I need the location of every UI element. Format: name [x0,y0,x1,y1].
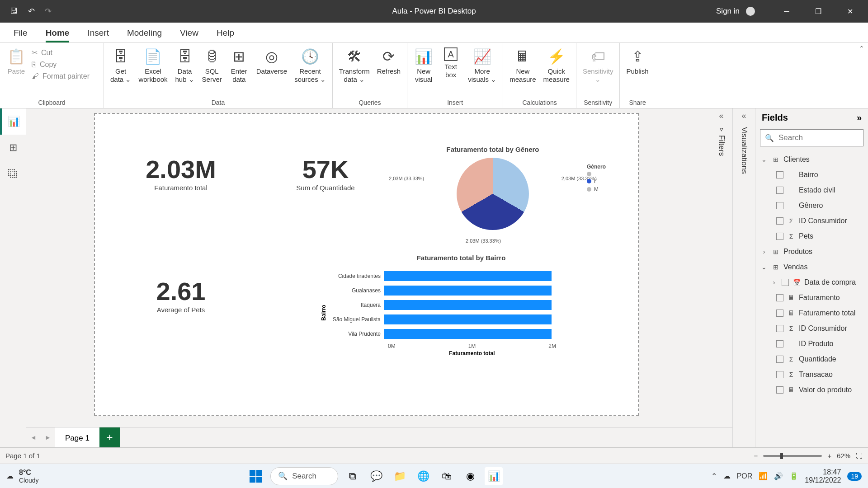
expand-fields-icon[interactable]: » [857,113,862,123]
language-indicator[interactable]: POR [737,472,753,480]
field-pets[interactable]: ΣPets [757,229,866,244]
field-id-consumidor-v[interactable]: ΣID Consumidor [757,321,866,336]
search-input[interactable] [778,133,868,142]
checkbox[interactable] [776,233,783,240]
field-faturamento-total[interactable]: 🖩Faturamento total [757,305,866,321]
checkbox[interactable] [776,217,783,225]
save-icon[interactable]: 🖫 [10,6,18,16]
onedrive-icon[interactable]: ☁ [723,472,731,480]
zoom-out-button[interactable]: − [754,452,758,460]
refresh-button[interactable]: ⟳Refresh [375,46,403,77]
signin-link[interactable]: Sign in [716,7,740,16]
avatar[interactable] [746,7,755,16]
add-page-button[interactable]: + [99,427,120,448]
checkbox[interactable] [776,325,783,332]
publish-button[interactable]: ⇪Publish [624,46,650,77]
page-tab-1[interactable]: Page 1 [55,427,99,448]
field-faturamento[interactable]: 🖩Faturamento [757,290,866,305]
cut-button[interactable]: ✂Cut [32,48,90,57]
field-bairro[interactable]: Bairro [757,167,866,183]
report-page[interactable]: 2.03M Faturamento total 57K Sum of Quant… [94,113,639,416]
chat-button[interactable]: 💬 [367,467,385,485]
excel-button[interactable]: 📄Excel workbook [137,46,169,85]
new-visual-button[interactable]: 📊New visual [412,46,435,85]
new-measure-button[interactable]: 🖩New measure [508,46,538,85]
checkbox[interactable] [776,386,783,394]
table-vendas[interactable]: ⌄⊞Vendas [757,259,866,275]
get-data-button[interactable]: 🗄Get data ⌄ [108,46,133,85]
expand-viz-icon[interactable]: « [741,111,746,121]
next-page-button[interactable]: ► [41,434,55,441]
collapse-ribbon-icon[interactable]: ⌃ [859,45,864,52]
paste-button[interactable]: 📋 Paste [5,46,28,77]
enter-data-button[interactable]: ⊞Enter data [227,46,251,85]
model-view-button[interactable]: ⿻ [0,161,26,187]
checkbox[interactable] [776,340,783,347]
tab-home[interactable]: Home [46,28,70,42]
checkbox[interactable] [776,202,783,209]
start-button[interactable] [247,467,265,485]
data-view-button[interactable]: ⊞ [0,135,26,161]
zoom-slider[interactable] [763,455,822,457]
powerbi-button[interactable]: 📊 [485,467,503,485]
prev-page-button[interactable]: ◄ [26,434,41,441]
expand-filters-icon[interactable]: « [719,111,723,121]
taskbar-search[interactable]: 🔍Search [270,467,338,485]
filters-pane-collapsed[interactable]: « ▿ Filters [710,108,732,464]
copy-button[interactable]: ⎘Copy [32,61,90,69]
more-visuals-button[interactable]: 📈More visuals ⌄ [466,46,498,85]
recent-sources-button[interactable]: 🕓Recent sources ⌄ [292,46,328,85]
tab-file[interactable]: File [14,28,28,42]
visualizations-pane-collapsed[interactable]: « Visualizations [732,108,755,464]
data-hub-button[interactable]: 🗄Data hub ⌄ [173,46,197,85]
format-painter-button[interactable]: 🖌Format painter [32,72,90,80]
checkbox[interactable] [776,356,783,363]
report-canvas[interactable]: 2.03M Faturamento total 57K Sum of Quant… [26,108,732,427]
fields-search[interactable]: 🔍 [760,129,863,146]
table-clientes[interactable]: ⌄⊞Clientes [757,152,866,167]
field-valor-produto[interactable]: 🖩Valor do produto [757,382,866,398]
minimize-button[interactable]: ─ [773,0,800,23]
field-estado-civil[interactable]: Estado civil [757,183,866,198]
field-quantidade[interactable]: ΣQuantidade [757,352,866,367]
checkbox[interactable] [782,279,789,286]
wifi-icon[interactable]: 📶 [759,472,768,480]
fit-page-button[interactable]: ⛶ [856,452,863,460]
quick-measure-button[interactable]: ⚡Quick measure [542,46,571,85]
sql-button[interactable]: 🛢SQL Server [200,46,224,85]
tab-modeling[interactable]: Modeling [127,28,162,42]
tray-chevron-icon[interactable]: ⌃ [711,472,717,480]
checkbox[interactable] [776,310,783,317]
checkbox[interactable] [776,294,783,301]
store-button[interactable]: 🛍 [438,467,456,485]
checkbox[interactable] [776,187,783,194]
tab-insert[interactable]: Insert [87,28,109,42]
pie-chart[interactable]: Faturamento total by Gênero 2,03M (33.33… [375,145,610,230]
card-faturamento[interactable]: 2.03M Faturamento total [122,155,240,192]
tab-view[interactable]: View [180,28,198,42]
explorer-button[interactable]: 📁 [391,467,409,485]
task-view-button[interactable]: ⧉ [344,467,362,485]
maximize-button[interactable]: ❐ [805,0,832,23]
clock[interactable]: 18:47 19/12/2022 [805,468,841,484]
battery-icon[interactable]: 🔋 [789,472,798,480]
transform-data-button[interactable]: 🛠Transform data ⌄ [337,46,372,85]
chrome-button[interactable]: ◉ [461,467,479,485]
notifications-badge[interactable]: 19 [847,472,862,481]
report-view-button[interactable]: 📊 [0,108,26,135]
field-id-produto[interactable]: ID Produto [757,336,866,352]
sensitivity-button[interactable]: 🏷Sensitivity ⌄ [581,46,615,85]
tab-help[interactable]: Help [217,28,234,42]
close-button[interactable]: ✕ [836,0,863,23]
checkbox[interactable] [776,371,783,378]
bar-chart[interactable]: Faturamento total by Bairro Bairro Cidad… [321,254,601,357]
field-id-consumidor[interactable]: ΣID Consumidor [757,213,866,229]
redo-icon[interactable]: ↷ [45,6,52,16]
text-box-button[interactable]: AText box [439,46,462,81]
dataverse-button[interactable]: ◎Dataverse [255,46,289,77]
card-pets[interactable]: 2.61 Average of Pets [122,277,240,314]
field-data-compra[interactable]: ›📅Data de compra [757,275,866,290]
sound-icon[interactable]: 🔊 [774,472,783,480]
field-transacao[interactable]: ΣTransacao [757,367,866,382]
undo-icon[interactable]: ↶ [28,6,35,16]
